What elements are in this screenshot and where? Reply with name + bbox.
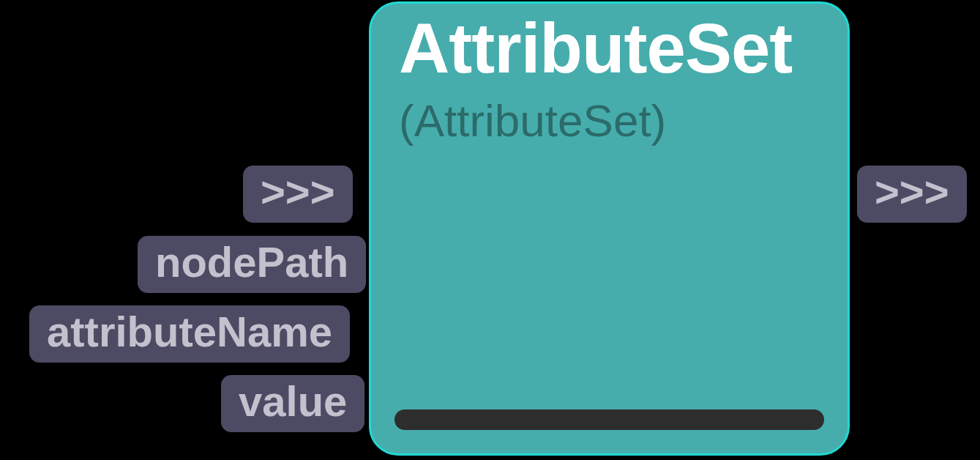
node-attribute-set[interactable]: AttributeSet (AttributeSet): [369, 1, 850, 456]
input-port-exec[interactable]: >>>: [243, 166, 353, 223]
output-port-exec[interactable]: >>>: [857, 166, 967, 223]
node-graph-canvas[interactable]: AttributeSet (AttributeSet) >>> nodePath…: [0, 0, 980, 460]
input-port-nodepath[interactable]: nodePath: [138, 236, 366, 293]
node-type-label: (AttributeSet): [399, 94, 666, 146]
input-port-value[interactable]: value: [221, 375, 364, 432]
input-port-attributename[interactable]: attributeName: [29, 305, 350, 363]
node-status-bar: [394, 409, 824, 430]
node-title: AttributeSet: [399, 8, 792, 89]
